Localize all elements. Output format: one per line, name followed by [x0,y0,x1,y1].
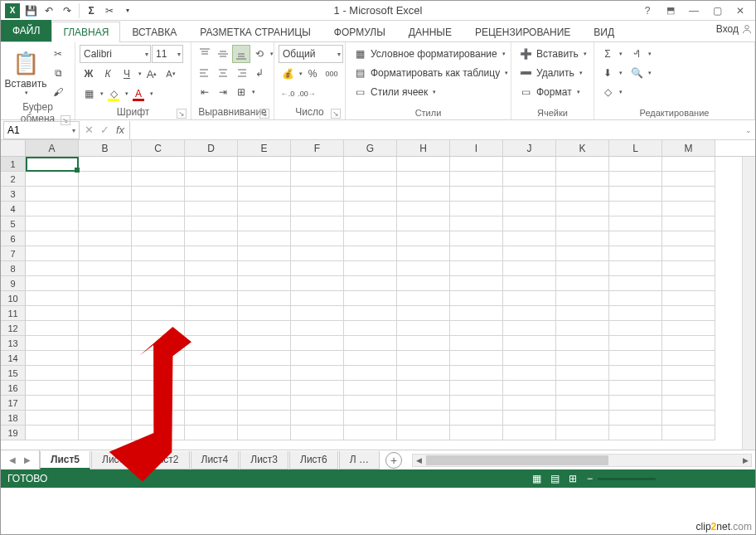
cut-icon[interactable]: ✂ [101,2,118,19]
cell[interactable] [609,426,662,440]
cell[interactable] [26,172,79,187]
row-header-10[interactable]: 10 [1,291,26,306]
cell[interactable] [662,381,715,396]
cell[interactable] [185,246,238,261]
cell[interactable] [450,172,503,187]
cell[interactable] [609,336,662,351]
cancel-formula-button[interactable]: ✕ [85,124,94,136]
cell[interactable] [503,172,556,187]
format-painter-button[interactable]: 🖌 [49,83,67,101]
tab-data[interactable]: ДАННЫЕ [397,22,463,42]
cell[interactable] [79,202,132,216]
orientation-button[interactable]: ⟲ [250,45,269,63]
cell[interactable] [662,291,715,306]
increase-decimal-button[interactable]: ←.0 [279,85,297,103]
cell[interactable] [609,157,662,172]
col-header-L[interactable]: L [609,140,662,156]
borders-button[interactable]: ▦ [80,85,98,103]
col-header-J[interactable]: J [503,140,556,156]
redo-icon[interactable]: ↷ [59,2,75,19]
cell[interactable] [79,216,132,231]
cell[interactable] [26,261,79,276]
formula-input[interactable] [129,121,742,139]
zoom-slider[interactable] [598,478,656,480]
cell[interactable] [397,366,450,381]
cell[interactable] [79,381,132,396]
cell[interactable] [132,246,185,261]
cell[interactable] [185,157,238,172]
cell[interactable] [132,381,185,396]
cell[interactable] [26,306,79,321]
cell[interactable] [609,396,662,411]
cell[interactable] [662,366,715,381]
align-launcher[interactable]: ↘ [259,109,269,119]
cell[interactable] [609,381,662,396]
cell[interactable] [238,381,291,396]
cell[interactable] [132,291,185,306]
cell[interactable] [503,202,556,216]
cell[interactable] [238,261,291,276]
cell[interactable] [450,246,503,261]
font-color-button[interactable]: A [129,85,148,103]
cell[interactable] [556,291,609,306]
align-top-button[interactable] [196,45,214,63]
cell[interactable] [185,366,238,381]
row-header-7[interactable]: 7 [1,246,26,261]
row-header-18[interactable]: 18 [1,411,26,426]
cell[interactable] [397,381,450,396]
cells-area[interactable] [26,157,755,450]
cell[interactable] [185,336,238,351]
minimize-button[interactable]: — [682,2,705,19]
cell[interactable] [344,187,397,202]
cell[interactable] [397,336,450,351]
cell[interactable] [556,411,609,426]
cell[interactable] [26,381,79,396]
cell[interactable] [503,426,556,440]
cell[interactable] [397,187,450,202]
cell[interactable] [397,411,450,426]
cell[interactable] [609,306,662,321]
cell[interactable] [503,216,556,231]
cell[interactable] [132,261,185,276]
cell[interactable] [662,411,715,426]
cell[interactable] [26,321,79,336]
cell[interactable] [79,351,132,366]
cell[interactable] [344,261,397,276]
cell[interactable] [609,246,662,261]
cell[interactable] [26,246,79,261]
row-header-1[interactable]: 1 [1,157,26,172]
close-button[interactable]: ✕ [729,2,752,19]
cell[interactable] [344,381,397,396]
cell[interactable] [79,231,132,246]
cell[interactable] [132,426,185,440]
col-header-K[interactable]: K [556,140,609,156]
row-header-8[interactable]: 8 [1,261,26,276]
cell[interactable] [556,187,609,202]
cell[interactable] [397,306,450,321]
cell[interactable] [291,276,344,291]
cell[interactable] [397,202,450,216]
cell[interactable] [26,276,79,291]
cell[interactable] [450,426,503,440]
select-all-corner[interactable] [1,140,26,156]
cell[interactable] [344,291,397,306]
row-header-6[interactable]: 6 [1,231,26,246]
tab-insert[interactable]: ВСТАВКА [120,22,188,42]
cell[interactable] [503,396,556,411]
autosum-button[interactable]: Σ [598,45,617,63]
format-cells-button[interactable]: ▭Формат▾ [516,83,589,101]
cell[interactable] [503,381,556,396]
cell[interactable] [609,216,662,231]
paste-button[interactable]: 📋 Вставить ▾ [5,45,46,101]
align-left-button[interactable] [196,64,214,82]
cell[interactable] [26,396,79,411]
font-launcher[interactable]: ↘ [177,109,187,119]
cell[interactable] [26,187,79,202]
cell[interactable] [291,366,344,381]
cell[interactable] [132,187,185,202]
cell[interactable] [238,306,291,321]
cell[interactable] [503,321,556,336]
cell[interactable] [79,276,132,291]
find-select-button[interactable]: 🔍 [628,64,646,82]
cell[interactable] [132,202,185,216]
